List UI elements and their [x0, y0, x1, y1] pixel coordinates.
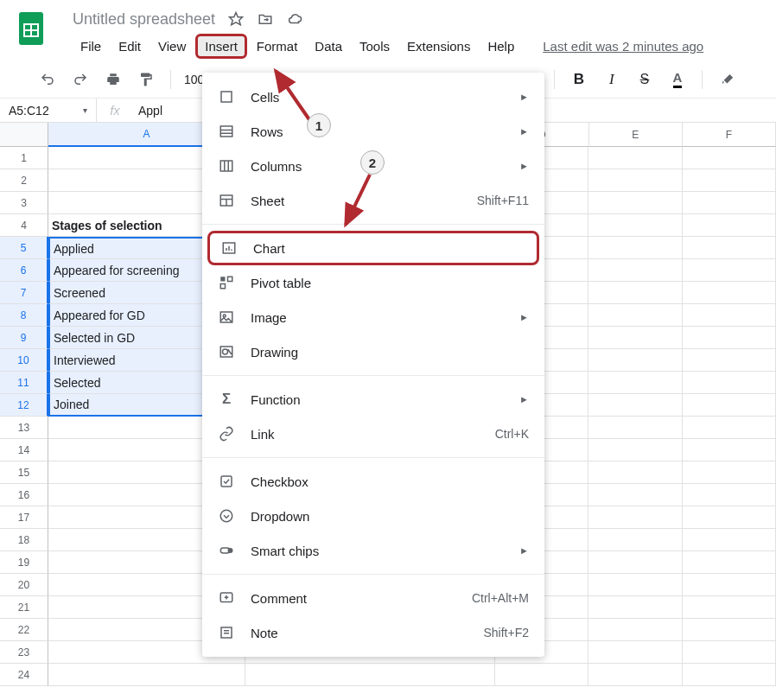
cell[interactable]: [683, 596, 776, 619]
last-edit-link[interactable]: Last edit was 2 minutes ago: [543, 39, 703, 54]
row-header[interactable]: 15: [0, 461, 48, 484]
print-button[interactable]: [102, 68, 124, 91]
cell[interactable]: [683, 282, 776, 304]
cell[interactable]: [683, 574, 776, 596]
cell[interactable]: [683, 192, 776, 214]
menu-item-checkbox[interactable]: Checkbox: [202, 464, 544, 499]
row-header[interactable]: 22: [0, 619, 48, 641]
cell[interactable]: [588, 214, 682, 237]
row-header[interactable]: 10: [0, 349, 48, 372]
menu-view[interactable]: View: [150, 35, 194, 58]
cell[interactable]: [683, 259, 776, 282]
sheets-logo[interactable]: [16, 7, 47, 50]
row-header[interactable]: 16: [0, 484, 48, 506]
menu-item-function[interactable]: ΣFunction►: [202, 382, 544, 417]
row-header[interactable]: 23: [0, 641, 48, 664]
row-header[interactable]: 13: [0, 417, 48, 439]
cell[interactable]: [588, 417, 682, 439]
cell[interactable]: [683, 372, 776, 394]
cell[interactable]: [683, 506, 776, 529]
cell[interactable]: [588, 259, 682, 282]
row-header[interactable]: 11: [0, 372, 48, 394]
cell[interactable]: [588, 147, 682, 169]
undo-button[interactable]: [36, 68, 59, 91]
cell[interactable]: [588, 349, 682, 372]
cell[interactable]: [683, 349, 776, 372]
fill-color-button[interactable]: [716, 68, 738, 91]
menu-tools[interactable]: Tools: [352, 35, 398, 58]
row-header[interactable]: 21: [0, 596, 48, 619]
menu-edit[interactable]: Edit: [111, 35, 149, 58]
cloud-status-icon[interactable]: [286, 10, 303, 28]
bold-button[interactable]: B: [568, 68, 590, 91]
cell[interactable]: [683, 327, 776, 349]
cell[interactable]: [683, 214, 776, 237]
cell[interactable]: [683, 551, 776, 574]
row-header[interactable]: 18: [0, 529, 48, 551]
row-header[interactable]: 4: [0, 214, 48, 237]
cell[interactable]: [683, 394, 776, 417]
menu-item-comment[interactable]: CommentCtrl+Alt+M: [202, 581, 544, 615]
cell[interactable]: [683, 417, 776, 439]
move-folder-icon[interactable]: [257, 10, 274, 28]
menu-format[interactable]: Format: [249, 35, 306, 58]
cell[interactable]: [588, 551, 682, 574]
cell[interactable]: [588, 169, 682, 192]
row-header[interactable]: 6: [0, 259, 48, 282]
cell[interactable]: [588, 304, 682, 327]
menu-extensions[interactable]: Extensions: [399, 35, 478, 58]
select-all-cell[interactable]: [0, 123, 48, 147]
menu-item-chart[interactable]: Chart: [207, 231, 539, 265]
cell[interactable]: [588, 327, 682, 349]
cell[interactable]: [683, 169, 776, 192]
menu-item-dropdown[interactable]: Dropdown: [202, 499, 544, 533]
cell[interactable]: [683, 461, 776, 484]
cell[interactable]: [588, 372, 682, 394]
cell[interactable]: [683, 664, 776, 686]
cell[interactable]: [683, 529, 776, 551]
row-header[interactable]: 12: [0, 394, 48, 417]
row-header[interactable]: 7: [0, 282, 48, 304]
menu-item-image[interactable]: Image►: [202, 300, 544, 334]
zoom-select[interactable]: 100: [184, 73, 204, 86]
cell[interactable]: [588, 664, 682, 686]
cell[interactable]: [683, 641, 776, 664]
cell[interactable]: [588, 596, 682, 619]
menu-item-sheet[interactable]: SheetShift+F11: [202, 183, 544, 218]
text-color-button[interactable]: A: [666, 68, 689, 91]
italic-button[interactable]: I: [601, 68, 623, 91]
star-icon[interactable]: [227, 10, 245, 28]
menu-item-smart-chips[interactable]: Smart chips►: [202, 533, 544, 568]
cell[interactable]: [683, 304, 776, 327]
name-box[interactable]: A5:C12 ▾: [0, 99, 97, 122]
row-header[interactable]: 3: [0, 192, 48, 214]
row-header[interactable]: 24: [0, 664, 48, 686]
cell[interactable]: [588, 439, 682, 461]
cell[interactable]: [588, 506, 682, 529]
menu-data[interactable]: Data: [307, 35, 350, 58]
cell[interactable]: [588, 192, 682, 214]
paint-format-button[interactable]: [135, 68, 157, 91]
cell[interactable]: [495, 664, 588, 686]
row-header[interactable]: 1: [0, 147, 48, 169]
cell[interactable]: [588, 619, 682, 641]
menu-insert[interactable]: Insert: [195, 34, 247, 59]
cell[interactable]: [48, 664, 245, 686]
menu-item-rows[interactable]: Rows►: [202, 114, 544, 149]
row-header[interactable]: 14: [0, 439, 48, 461]
cell[interactable]: [588, 484, 682, 506]
cell[interactable]: [683, 439, 776, 461]
row-header[interactable]: 19: [0, 551, 48, 574]
row-header[interactable]: 2: [0, 169, 48, 192]
cell[interactable]: [683, 147, 776, 169]
menu-item-drawing[interactable]: Drawing: [202, 334, 544, 369]
row-header[interactable]: 17: [0, 506, 48, 529]
cell[interactable]: [588, 237, 682, 259]
strikethrough-button[interactable]: S: [633, 68, 656, 91]
cell[interactable]: [588, 282, 682, 304]
cell[interactable]: [588, 394, 682, 417]
row-header[interactable]: 20: [0, 574, 48, 596]
cell[interactable]: [245, 664, 495, 686]
cell[interactable]: [588, 641, 682, 664]
menu-item-note[interactable]: NoteShift+F2: [202, 615, 544, 650]
